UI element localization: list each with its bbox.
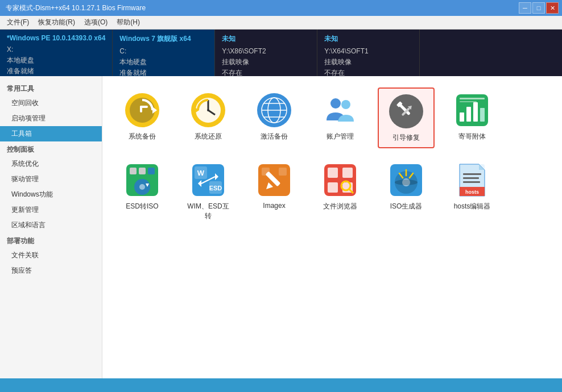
header-col-3-row2: 挂载映像 <box>324 57 412 68</box>
svg-rect-50 <box>279 168 287 176</box>
svg-text:hosts: hosts <box>465 189 479 195</box>
header-col-2-title: 未知 <box>222 34 310 44</box>
svg-rect-4 <box>140 106 148 108</box>
tool-bootrepair-icon <box>388 93 424 130</box>
header-col-0[interactable]: *Windows PE 10.0.14393.0 x64 X: 本地硬盘 准备就… <box>0 30 113 76</box>
tool-hosts-label: hosts编辑器 <box>454 202 491 211</box>
tool-bootrepair[interactable]: 引导修复 <box>378 87 435 148</box>
tool-wim-label: WIM、ESD互转 <box>184 202 232 221</box>
tool-activation-label: 激活备份 <box>261 132 288 141</box>
sidebar-item-drivermgr[interactable]: 驱动管理 <box>0 172 102 187</box>
tool-isogen[interactable]: ISO生成器 <box>378 157 435 226</box>
header-col-3-row1: Y:\X64\SOFT1 <box>324 46 412 57</box>
minimize-button[interactable]: ─ <box>519 2 531 14</box>
tool-backup[interactable]: 系统备份 <box>114 87 171 148</box>
tool-wim-icon: W ESD <box>190 162 226 198</box>
tool-activation-icon <box>256 92 292 128</box>
svg-rect-65 <box>463 177 479 179</box>
menu-bar: 文件(F) 恢复功能(R) 选项(O) 帮助(H) <box>0 16 562 30</box>
sidebar-section-common: 常用工具 <box>0 81 102 95</box>
sidebar-item-sysopt[interactable]: 系统优化 <box>0 156 102 172</box>
svg-rect-32 <box>130 168 137 174</box>
svg-rect-53 <box>342 168 353 178</box>
sidebar-item-updatemgr[interactable]: 更新管理 <box>0 202 102 218</box>
header-col-3-title: 未知 <box>324 34 412 44</box>
svg-rect-29 <box>460 98 485 99</box>
sidebar-section-panel: 控制面板 <box>0 141 102 156</box>
tool-imagex-icon <box>256 162 292 198</box>
tool-restore-icon <box>190 92 226 128</box>
svg-rect-30 <box>460 101 477 102</box>
svg-rect-64 <box>463 173 481 175</box>
tool-hijack[interactable]: 寄哥附体 <box>444 87 501 148</box>
header-col-1[interactable]: Windows 7 旗舰版 x64 C: 本地硬盘 准备就绪 <box>113 30 215 76</box>
header-col-0-row1: X: <box>7 44 105 55</box>
maximize-button[interactable]: □ <box>532 2 545 14</box>
svg-point-61 <box>395 180 418 185</box>
header-col-0-row2: 本地硬盘 <box>7 55 105 66</box>
tool-hosts-icon: hosts <box>454 162 490 198</box>
sidebar-item-winfeature[interactable]: Windows功能 <box>0 187 102 202</box>
content-area: 系统备份 系统还原 <box>102 76 562 378</box>
header-col-3[interactable]: 未知 Y:\X64\SOFT1 挂载映像 不存在 <box>317 30 420 76</box>
svg-rect-34 <box>148 168 155 174</box>
header-col-2-row1: Y:\X86\SOFT2 <box>222 46 310 57</box>
header-col-0-row3: 准备就绪 <box>7 66 105 77</box>
tool-filebrowser[interactable]: 文件浏览器 <box>312 157 369 226</box>
header-panel: *Windows PE 10.0.14393.0 x64 X: 本地硬盘 准备就… <box>0 30 562 76</box>
tool-filebrowser-icon <box>322 162 358 198</box>
tool-imagex-label: Imagex <box>263 202 285 210</box>
svg-rect-25 <box>460 112 464 122</box>
svg-rect-33 <box>139 168 146 174</box>
sidebar-item-bootmgr[interactable]: 启动项管理 <box>0 111 102 126</box>
header-col-1-row2: 本地硬盘 <box>119 57 208 68</box>
svg-text:W: W <box>197 169 205 177</box>
header-col-2-row2: 挂载映像 <box>222 57 310 68</box>
tool-isogen-icon <box>388 162 424 198</box>
menu-file[interactable]: 文件(F) <box>2 16 34 28</box>
tool-esd-icon <box>124 162 160 198</box>
tool-account[interactable]: 账户管理 <box>312 87 369 148</box>
svg-point-36 <box>139 184 145 190</box>
svg-rect-28 <box>480 108 485 122</box>
menu-options[interactable]: 选项(O) <box>80 16 112 28</box>
sidebar-item-toolbox[interactable]: 工具箱 <box>0 126 102 141</box>
status-bar <box>0 378 562 392</box>
tool-backup-icon <box>124 92 160 128</box>
tool-esd[interactable]: ESD转ISO <box>114 157 171 226</box>
header-col-1-row1: C: <box>119 46 208 57</box>
header-col-0-title: *Windows PE 10.0.14393.0 x64 <box>7 34 105 42</box>
tool-hijack-icon <box>454 92 490 128</box>
sidebar-item-space[interactable]: 空间回收 <box>0 95 102 111</box>
svg-rect-27 <box>473 102 478 122</box>
tool-isogen-label: ISO生成器 <box>390 202 423 211</box>
tool-filebrowser-label: 文件浏览器 <box>323 202 357 211</box>
svg-point-17 <box>330 98 341 109</box>
tool-activation[interactable]: 激活备份 <box>246 87 303 148</box>
tool-imagex[interactable]: Imagex <box>246 157 303 226</box>
header-col-1-title: Windows 7 旗舰版 x64 <box>119 34 208 44</box>
tool-restore[interactable]: 系统还原 <box>180 87 237 148</box>
tool-backup-label: 系统备份 <box>129 132 156 141</box>
main-layout: 常用工具 空间回收 启动项管理 工具箱 控制面板 系统优化 驱动管理 Windo… <box>0 76 562 378</box>
svg-rect-26 <box>466 107 471 122</box>
close-button[interactable]: ✕ <box>546 2 559 14</box>
tool-restore-label: 系统还原 <box>195 132 222 141</box>
tool-hosts[interactable]: hosts hosts编辑器 <box>444 157 501 226</box>
sidebar-item-region[interactable]: 区域和语言 <box>0 218 102 233</box>
svg-point-18 <box>341 100 350 109</box>
svg-rect-54 <box>328 182 338 193</box>
sidebar: 常用工具 空间回收 启动项管理 工具箱 控制面板 系统优化 驱动管理 Windo… <box>0 76 102 378</box>
tool-account-icon <box>322 92 358 128</box>
sidebar-item-fileassoc[interactable]: 文件关联 <box>0 248 102 263</box>
svg-text:ESD: ESD <box>209 185 222 191</box>
tool-wim[interactable]: W ESD WIM、ESD互转 <box>180 157 237 226</box>
tool-bootrepair-label: 引导修复 <box>392 133 420 143</box>
menu-help[interactable]: 帮助(H) <box>112 16 144 28</box>
sidebar-item-autoanswer[interactable]: 预应答 <box>0 263 102 278</box>
app-title: 专家模式-Dism++x64 10.1.27.1 Bios Firmware <box>3 3 146 13</box>
header-col-2[interactable]: 未知 Y:\X86\SOFT2 挂载映像 不存在 <box>215 30 317 76</box>
svg-rect-52 <box>328 168 338 178</box>
menu-restore[interactable]: 恢复功能(R) <box>34 16 80 28</box>
svg-rect-66 <box>463 181 480 183</box>
